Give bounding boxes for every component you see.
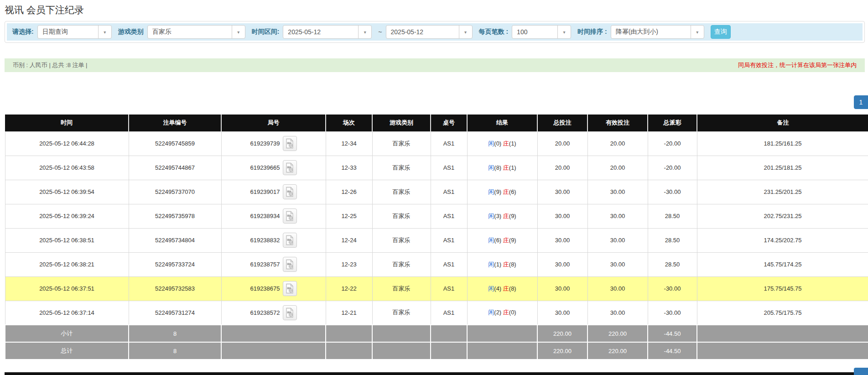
- cell-payout: 28.50: [648, 204, 697, 228]
- footer-label: 总计: [5, 342, 129, 359]
- round-number: 619239017: [250, 188, 280, 195]
- video-button[interactable]: [283, 160, 297, 175]
- cell-bet-id: 522495744867: [129, 156, 221, 180]
- cell-remark: 202.75/231.25: [697, 204, 868, 228]
- video-button[interactable]: [283, 305, 297, 320]
- video-icon: [285, 259, 294, 270]
- round-number: 619238572: [250, 309, 280, 316]
- table-row: 2025-05-12 06:39:24522495735978619238934…: [5, 204, 868, 228]
- video-icon: [285, 187, 294, 197]
- cell-result: 闲(3) 庄(9): [467, 204, 537, 228]
- cell-total-bet: 30.00: [537, 301, 587, 325]
- betting-records-page: 视讯 会员下注纪录 请选择: 日期查询 ▾ 游戏类别 百家乐 ▾ 时间区间: 2…: [0, 0, 868, 375]
- cell-total-bet: 30.00: [537, 204, 587, 228]
- cell-remark: 145.75/174.25: [697, 252, 868, 276]
- cell-bet-id: 522495734804: [129, 228, 221, 252]
- footer-remark: [697, 325, 868, 342]
- banker-label: 庄: [503, 213, 509, 219]
- cell-total-bet: 30.00: [537, 252, 587, 276]
- summary-note-text: 同局有效投注，统一计算在该局第一张注单内: [738, 61, 857, 69]
- cell-total-bet: 20.00: [537, 156, 587, 180]
- cell-bet-id: 522495731274: [129, 301, 221, 325]
- cell-result: 闲(1) 庄(8): [467, 252, 537, 276]
- cell-valid-bet: 30.00: [587, 276, 648, 301]
- banker-label: 庄: [503, 237, 509, 244]
- column-header: 场次: [326, 115, 372, 131]
- page-size-select[interactable]: 100 ▾: [512, 25, 571, 39]
- cell-round-id: 619239739: [221, 131, 326, 156]
- table-row: 2025-05-12 06:38:51522495734804619238832…: [5, 228, 868, 252]
- column-header: 备注: [697, 115, 868, 131]
- footer-empty-cell: [467, 342, 537, 359]
- video-button[interactable]: [283, 208, 297, 224]
- player-label: 闲: [488, 213, 494, 219]
- date-from-select[interactable]: 2025-05-12 ▾: [283, 25, 372, 39]
- cell-payout: -30.00: [648, 276, 697, 301]
- cell-remark: 174.25/202.75: [697, 228, 868, 252]
- summary-totals-text: 币别 : 人民币 | 总共 :8 注单 |: [13, 61, 88, 69]
- cell-time: 2025-05-12 06:38:51: [5, 228, 129, 252]
- cell-round-id: 619238572: [221, 301, 326, 325]
- cell-session: 12-22: [326, 276, 372, 301]
- banker-label: 庄: [503, 285, 509, 292]
- video-button[interactable]: [283, 281, 297, 296]
- cell-payout: 28.50: [648, 252, 697, 276]
- video-button[interactable]: [283, 184, 297, 199]
- next-pagination-button-partial[interactable]: [854, 368, 868, 375]
- cell-game-type: 百家乐: [372, 204, 431, 228]
- footer-empty-cell: [221, 342, 326, 359]
- cell-game-type: 百家乐: [372, 301, 431, 325]
- cell-game-type: 百家乐: [372, 252, 431, 276]
- cell-result: 闲(2) 庄(0): [467, 301, 537, 325]
- footer-total-bet: 220.00: [537, 342, 587, 359]
- betting-records-table: 时间注单编号局号场次游戏类别桌号结果总投注有效投注总派彩备注 2025-05-1…: [5, 115, 868, 360]
- footer-empty-cell: [326, 342, 372, 359]
- video-button[interactable]: [283, 257, 297, 272]
- cell-round-id: 619238832: [221, 228, 326, 252]
- cell-result: 闲(0) 庄(1): [467, 131, 537, 156]
- banker-score: (8): [509, 261, 516, 268]
- cell-session: 12-25: [326, 204, 372, 228]
- video-button[interactable]: [283, 233, 297, 248]
- banker-score: (8): [509, 285, 516, 292]
- banker-score: (9): [509, 237, 516, 244]
- date-to-select[interactable]: 2025-05-12 ▾: [386, 25, 473, 39]
- cell-game-type: 百家乐: [372, 180, 431, 204]
- round-number: 619238934: [250, 213, 280, 219]
- cell-valid-bet: 30.00: [587, 180, 648, 204]
- date-range-tilde: ~: [378, 28, 382, 36]
- round-number: 619238675: [250, 285, 280, 292]
- round-number: 619238757: [250, 261, 280, 268]
- cell-time: 2025-05-12 06:43:58: [5, 156, 129, 180]
- cell-remark: 175.75/145.75: [697, 276, 868, 301]
- video-button[interactable]: [283, 136, 297, 151]
- page-title: 视讯 会员下注纪录: [5, 4, 84, 16]
- game-type-select[interactable]: 百家乐 ▾: [147, 25, 245, 39]
- query-type-value: 日期查询: [38, 26, 98, 38]
- player-label: 闲: [488, 140, 494, 147]
- pagination-page-1-button[interactable]: 1: [854, 95, 868, 109]
- chevron-down-icon: ▾: [459, 26, 472, 38]
- search-button[interactable]: 查询: [711, 25, 731, 39]
- player-score: (3): [494, 213, 501, 219]
- cell-valid-bet: 30.00: [587, 228, 648, 252]
- time-range-label: 时间区间:: [252, 28, 280, 36]
- player-score: (2): [494, 309, 501, 316]
- banker-label: 庄: [503, 140, 509, 147]
- cell-valid-bet: 20.00: [587, 131, 648, 156]
- table-row: 2025-05-12 06:44:28522495745859619239739…: [5, 131, 868, 156]
- player-label: 闲: [488, 237, 494, 244]
- cell-session: 12-23: [326, 252, 372, 276]
- query-type-select[interactable]: 日期查询 ▾: [37, 25, 112, 39]
- sort-order-select[interactable]: 降幂(由大到小) ▾: [611, 25, 704, 39]
- player-score: (4): [494, 285, 501, 292]
- video-icon: [285, 162, 294, 173]
- cell-table-no: AS1: [431, 276, 467, 301]
- footer-empty-cell: [431, 342, 467, 359]
- cell-valid-bet: 30.00: [587, 204, 648, 228]
- banker-score: (9): [509, 213, 516, 219]
- round-number: 619239739: [250, 140, 280, 147]
- banker-label: 庄: [503, 309, 509, 316]
- cell-total-bet: 30.00: [537, 276, 587, 301]
- chevron-down-icon: ▾: [691, 26, 704, 38]
